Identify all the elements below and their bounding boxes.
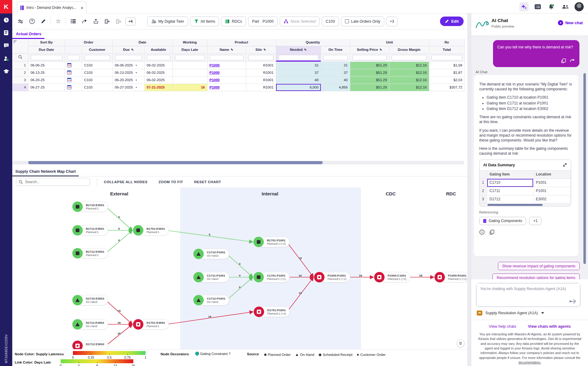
cell-gross-margin[interactable]: $12.16 — [389, 84, 429, 91]
filter-selling-price[interactable] — [350, 53, 389, 62]
gating-constraint-label[interactable]: Gating Constraint ? — [200, 352, 230, 356]
cell-days-late[interactable] — [173, 69, 207, 76]
edit-pencil-icon[interactable] — [39, 17, 48, 26]
cell-needed[interactable]: 40 — [276, 76, 321, 84]
cell-selling-price[interactable]: $51.29 — [350, 76, 389, 84]
chat-scrollbar-thumb[interactable] — [583, 73, 586, 264]
cell-due-date[interactable]: 06-13-25 — [28, 69, 65, 76]
network-map-chart[interactable]: External Internal CDC RDC 00000001616161… — [12, 187, 467, 366]
items-filter-chip[interactable]: All Items — [190, 17, 219, 26]
cell-days-late[interactable] — [173, 62, 207, 69]
profile-status-icon[interactable] — [0, 52, 12, 65]
reset-chart-button[interactable]: RESET CHART — [194, 180, 221, 184]
cell-on-time[interactable]: 31 — [321, 62, 350, 69]
chevron-down-icon[interactable]: ▼ — [135, 72, 137, 74]
export-icon[interactable] — [91, 17, 101, 26]
col-name[interactable]: Name✎ — [207, 46, 246, 53]
tab-actual-orders[interactable]: Actual Orders — [12, 29, 44, 39]
summary-row-number[interactable]: 1 — [480, 179, 487, 187]
cell-order-icon[interactable] — [65, 76, 82, 84]
cell-available[interactable]: 06-02-2025 — [144, 76, 173, 84]
cell-order-icon[interactable] — [65, 62, 82, 69]
table-row[interactable]: 106-06-25C10306-06-2025▼06-02-2025P1000R… — [12, 62, 465, 69]
summary-row-number[interactable]: 2 — [480, 187, 487, 195]
summary-gating-item[interactable]: D1712 — [487, 195, 533, 203]
late-orders-checkbox[interactable] — [345, 19, 349, 23]
tab-network-map[interactable]: Supply Chain Network Map Chart — [12, 167, 79, 176]
cell-customer[interactable]: C103 — [82, 69, 112, 76]
retry-message-icon[interactable] — [570, 58, 575, 63]
more-references-chip[interactable]: +1 — [529, 217, 541, 225]
new-chat-button[interactable]: + New chat — [558, 20, 583, 25]
scenario-chip[interactable]: My Digital Twin — [147, 17, 188, 26]
filter-order-icon[interactable] — [65, 53, 82, 62]
summary-location[interactable]: P1001 — [533, 187, 571, 195]
product-link[interactable]: P1000 — [210, 85, 220, 89]
chevron-down-icon[interactable]: ▼ — [135, 64, 137, 66]
collapse-all-nodes-button[interactable]: COLLAPSE ALL NODES — [104, 180, 147, 184]
col-order-icon[interactable] — [65, 46, 82, 53]
filter-due[interactable] — [112, 53, 144, 62]
table-search-icon[interactable] — [12, 53, 28, 62]
part-filter-chip[interactable]: Part P1000 — [248, 17, 278, 26]
cell-name[interactable]: P1000 — [207, 84, 246, 91]
settings-sliders-icon[interactable] — [16, 17, 25, 26]
notifications-bell-icon[interactable] — [547, 2, 556, 11]
chevron-down-icon[interactable]: ▼ — [135, 79, 137, 81]
col-needed[interactable]: Needed✎ — [276, 46, 321, 53]
col-gross-margin[interactable]: Gross Margin — [389, 46, 429, 53]
summary-gating-item[interactable]: C1710 — [487, 179, 533, 187]
cell-total[interactable]: $2,03 — [429, 76, 465, 84]
copy-response-icon[interactable] — [489, 229, 495, 235]
agent-selector[interactable]: Supply Resolution Agent (A1A) — [477, 311, 544, 315]
cell-customer[interactable]: C103 — [82, 76, 112, 84]
view-help-chats-link[interactable]: View help chats — [489, 324, 516, 329]
col-customer[interactable]: Customer — [82, 46, 112, 53]
filter-available[interactable] — [144, 53, 173, 62]
cell-selling-price[interactable]: $51.29 — [350, 69, 389, 76]
copy-message-icon[interactable] — [561, 58, 566, 63]
cell-needed[interactable]: 31 — [276, 62, 321, 69]
customer-filter-chip[interactable]: C103 — [322, 17, 339, 26]
order-record-icon[interactable] — [67, 70, 71, 75]
cell-gross-margin[interactable]: $12.16 — [389, 76, 429, 84]
summary-row[interactable]: 3D1712E3002 — [480, 195, 571, 203]
help-icon[interactable]: ? — [27, 17, 36, 26]
cell-days-late[interactable] — [173, 76, 207, 84]
kinaxis-logo[interactable]: K — [0, 0, 12, 13]
col-days-late[interactable]: Days Late — [173, 46, 207, 53]
chat-input-box[interactable] — [476, 283, 580, 307]
suggestion-revenue-impact-button[interactable]: Show revenue impact of gating components — [498, 262, 580, 270]
ai-sparkle-icon[interactable] — [519, 2, 529, 11]
summary-row[interactable]: 2C1711P1001 — [480, 187, 571, 195]
filter-name[interactable] — [207, 53, 246, 62]
cell-on-time[interactable]: 40 — [321, 76, 350, 84]
cell-available[interactable]: 07-21-2025 — [144, 84, 173, 91]
add-column-icon[interactable] — [103, 17, 112, 26]
select-all-corner[interactable] — [12, 39, 28, 53]
cell-on-time[interactable]: 37 — [321, 69, 350, 76]
col-on-time[interactable]: On Time — [321, 46, 350, 53]
chevron-down-icon[interactable]: ▼ — [135, 86, 137, 89]
cell-site[interactable]: R1001 — [246, 76, 276, 84]
cell-due[interactable]: 06-27-2025▼ — [112, 84, 144, 91]
network-search-input[interactable] — [25, 180, 87, 184]
summary-col-location[interactable]: Location — [533, 171, 571, 179]
col-due-date[interactable]: Due Date — [28, 46, 65, 53]
col-total[interactable]: Total — [429, 46, 465, 53]
summary-scrollbar[interactable] — [480, 203, 571, 206]
cell-total[interactable]: $1,58 — [429, 62, 465, 69]
summary-location[interactable]: P1001 — [533, 179, 571, 187]
close-tab-icon[interactable]: × — [81, 5, 83, 10]
cell-available[interactable]: 06-02-2025 — [144, 69, 173, 76]
cell-needed[interactable]: 6,000 — [276, 84, 321, 91]
cell-site[interactable]: R1001 — [246, 69, 276, 76]
hierarchy-filter-chip[interactable]: None Selected — [280, 17, 320, 26]
cell-gross-margin[interactable]: $12.16 — [389, 62, 429, 69]
workbook-tab[interactable]: Intro - Demand Order Analys... × — [17, 2, 87, 13]
cell-selling-price[interactable]: $51.29 — [350, 84, 389, 91]
info-icon[interactable] — [479, 229, 485, 235]
documents-icon[interactable] — [0, 26, 12, 39]
sites-filter-chip[interactable]: RDCs — [221, 17, 246, 26]
col-selling-price[interactable]: Selling Price✎ — [350, 46, 389, 53]
